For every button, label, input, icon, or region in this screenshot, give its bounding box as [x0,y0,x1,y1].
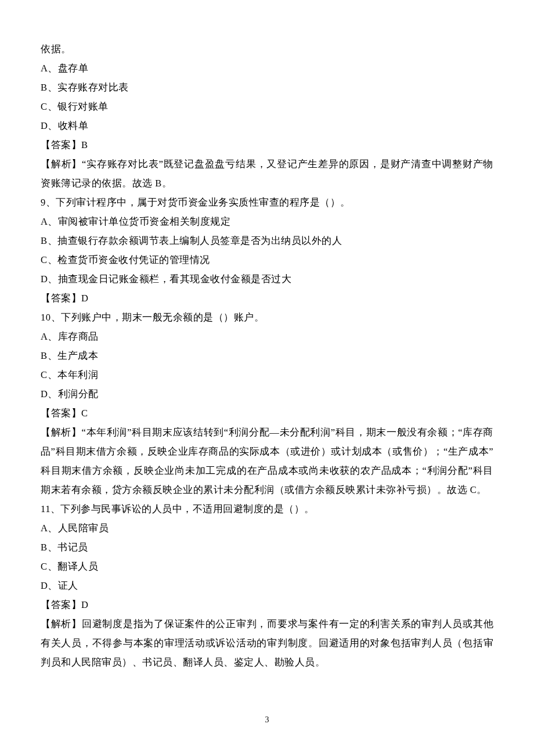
option-d: D、证人 [41,576,493,595]
answer-line: 【答案】C [41,404,493,423]
option-c: C、本年利润 [41,365,493,384]
explanation-line: 【解析】“实存账存对比表”既登记盘盈盘亏结果，又登记产生差异的原因，是财产清查中… [41,154,493,193]
question-line: 11、下列参与民事诉讼的人员中，不适用回避制度的是（）。 [41,499,493,519]
option-a: A、人民陪审员 [41,519,493,538]
option-c: C、银行对账单 [41,97,493,116]
page-number: 3 [0,712,534,728]
option-a: A、盘存单 [41,59,493,78]
question-line: 10、下列账户中，期末一般无余额的是（）账户。 [41,308,493,327]
document-body: 依据。 A、盘存单 B、实存账存对比表 C、银行对账单 D、收料单 【答案】B … [41,39,493,672]
option-d: D、利润分配 [41,384,493,404]
option-b: B、书记员 [41,538,493,557]
explanation-line: 【解析】“本年利润”科目期末应该结转到“利润分配—未分配利润”科目，期末一般没有… [41,423,493,499]
text-line: 依据。 [41,39,493,59]
explanation-line: 【解析】回避制度是指为了保证案件的公正审判，而要求与案件有一定的利害关系的审判人… [41,614,493,672]
answer-line: 【答案】D [41,595,493,614]
answer-line: 【答案】D [41,289,493,308]
option-c: C、翻译人员 [41,557,493,576]
option-b: B、抽查银行存款余额调节表上编制人员签章是否为出纳员以外的人 [41,231,493,250]
option-c: C、检查货币资金收付凭证的管理情况 [41,250,493,269]
option-b: B、实存账存对比表 [41,78,493,97]
option-d: D、收料单 [41,116,493,135]
option-b: B、生产成本 [41,346,493,365]
answer-line: 【答案】B [41,135,493,154]
option-a: A、审阅被审计单位货币资金相关制度规定 [41,212,493,231]
question-line: 9、下列审计程序中，属于对货币资金业务实质性审查的程序是（）。 [41,193,493,212]
option-a: A、库存商品 [41,327,493,346]
option-d: D、抽查现金日记账金额栏，看其现金收付金额是否过大 [41,269,493,289]
